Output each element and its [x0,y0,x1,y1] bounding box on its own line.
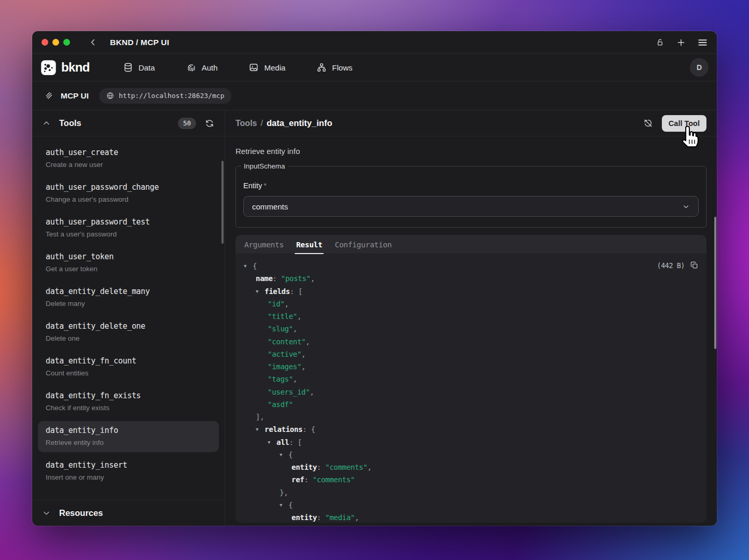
minimize-window-button[interactable] [52,39,59,46]
nav-item-flows[interactable]: Flows [316,62,352,73]
tool-item-description: Get a user token [46,264,211,274]
json-token-punct: : [ [290,287,302,296]
menu-icon[interactable] [698,38,708,47]
tool-list-item[interactable]: auth_user_password_testTest a user's pas… [38,213,219,244]
breadcrumb-tools-link[interactable]: Tools [235,119,257,128]
collapse-toggle-icon[interactable]: ▼ [280,499,288,511]
desktop-wallpaper: { "window": { "title": "BKND / MCP UI" }… [0,0,749,560]
title-bar: BKND / MCP UI [32,31,717,54]
json-token-punct: : [273,274,281,283]
tool-detail-pane: Tools / data_entity_info Call Tool Retri… [225,110,717,526]
call-tool-button[interactable]: Call Tool [662,115,706,132]
json-token-punct: , [297,312,301,320]
sidebar-scrollbar[interactable] [221,161,224,244]
new-tab-icon[interactable] [676,38,686,47]
tool-list-item[interactable]: data_entity_infoRetrieve entity info [38,421,219,452]
history-off-icon [643,118,653,128]
tool-list-item[interactable]: auth_user_tokenGet a user token [38,247,219,278]
main-scrollbar[interactable] [714,217,716,349]
tool-list-item[interactable]: auth_user_createCreate a new user [38,143,219,174]
json-line: "users_id", [244,386,698,398]
json-line: ref: "comments" [244,473,698,486]
json-line: ▼relations: { [244,423,698,436]
refresh-tools-button[interactable] [205,119,214,128]
json-token-punct: , [301,350,306,358]
json-token-punct: , [293,375,297,383]
globe-icon [106,92,114,100]
copy-icon [690,261,699,270]
history-off-button[interactable] [643,118,653,128]
image-icon [248,62,259,73]
json-line: name: "posts", [244,272,698,285]
tool-item-description: Create a new user [46,160,211,170]
json-line: entity: "comments", [244,461,698,473]
json-token-punct: : { [302,425,315,433]
collapse-toggle-icon[interactable]: ▼ [244,260,253,272]
tool-item-name: auth_user_password_change [46,182,211,192]
collapse-toggle-icon[interactable]: ▼ [256,423,265,436]
tool-list-item[interactable]: auth_user_password_changeChange a user's… [38,178,219,209]
tool-item-name: auth_user_create [46,147,211,158]
json-token-punct: , [285,300,289,308]
result-size-label: (442 B) [657,261,685,270]
json-token-key: entity [292,513,317,522]
tool-list-item[interactable]: data_entity_delete_manyDelete many [38,282,219,313]
entity-select-value: comments [252,202,288,211]
input-schema-fieldset: InputSchema Entity* comments [235,162,706,228]
tool-item-name: data_entity_fn_count [46,356,211,366]
tool-item-description: Change a user's password [46,195,211,204]
json-token-punct: , [310,388,314,396]
avatar-initial: D [697,63,702,72]
lock-open-icon[interactable] [656,38,664,47]
tool-list-item[interactable]: data_entity_fn_existsCheck if entity exi… [38,386,219,417]
nav-items: Data Auth Media Flows [123,62,353,73]
tool-item-name: auth_user_password_test [46,217,211,227]
tools-section-header[interactable]: Tools 50 [32,110,225,136]
nav-item-auth[interactable]: Auth [186,62,218,73]
tab-configuration[interactable]: Configuration [335,241,392,254]
json-token-str: "images" [268,362,301,371]
mcp-bar: MCP UI http://localhost:28623/mcp [32,81,717,110]
nav-item-label: Data [138,63,155,72]
tool-item-name: data_entity_delete_many [46,286,211,297]
brand-logo[interactable]: bknd [40,60,90,76]
tool-list-item[interactable]: data_entity_fn_countCount entities [38,352,219,383]
json-line: ▼{ [244,449,698,461]
tool-list-item[interactable]: data_entity_delete_oneDelete one [38,317,219,348]
json-token-punct: , [355,513,359,522]
tab-arguments[interactable]: Arguments [244,241,284,254]
tool-list-item[interactable]: data_entity_insertInsert one or many [38,456,219,487]
tool-item-name: data_entity_info [46,425,211,436]
json-line: "content", [244,335,698,348]
nav-item-data[interactable]: Data [123,62,155,73]
json-token-punct: { [288,451,293,459]
result-tabbar: Arguments Result Configuration [235,235,706,254]
json-token-key: fields [265,287,290,296]
collapse-toggle-icon[interactable]: ▼ [268,436,276,449]
chevron-down-icon [43,509,50,517]
copy-result-button[interactable] [690,261,699,270]
json-token-punct: , [306,338,310,346]
json-token-punct: : [304,475,312,484]
json-token-punct: }, [280,488,288,497]
mcp-url-pill[interactable]: http://localhost:28623/mcp [99,88,232,104]
collapse-toggle-icon[interactable]: ▼ [256,285,265,298]
collapse-toggle-icon[interactable]: ▼ [280,449,288,461]
nav-item-media[interactable]: Media [248,62,285,73]
resources-section-header[interactable]: Resources [32,500,225,526]
back-button[interactable] [89,38,98,47]
zoom-window-button[interactable] [63,39,70,46]
close-window-button[interactable] [41,39,48,46]
json-token-str: "posts" [281,274,311,283]
tab-result[interactable]: Result [296,241,323,254]
user-avatar[interactable]: D [690,58,709,77]
chevron-left-icon [89,38,98,47]
tool-item-description: Delete one [46,334,211,343]
traffic-lights [41,39,70,46]
tool-description: Retrieve entity info [235,147,706,156]
json-line: }, [244,486,698,499]
json-token-punct: { [288,501,293,509]
json-token-punct: , [311,274,315,283]
json-token-str: "slug" [268,325,293,333]
entity-select[interactable]: comments [243,196,699,217]
